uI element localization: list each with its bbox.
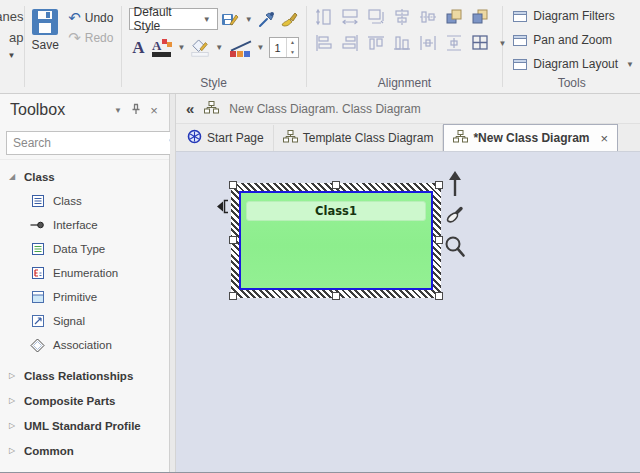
line-width-input[interactable]	[270, 38, 286, 57]
space-evenly-across-button[interactable]	[418, 34, 438, 52]
zoom-magnifier-icon[interactable]	[444, 235, 466, 262]
line-color-button[interactable]	[228, 38, 251, 58]
diagram-layout-caret-icon[interactable]: ▼	[624, 60, 636, 69]
toolbox-close-icon[interactable]: ×	[145, 103, 163, 118]
resize-handle-bottom-right[interactable]	[435, 292, 443, 300]
undo-button[interactable]: ↶ Undo	[68, 11, 119, 25]
style-group-label: Style	[122, 76, 306, 90]
tab-template-class-diagram[interactable]: Template Class Diagram	[274, 125, 444, 151]
start-page-icon	[187, 129, 202, 147]
align-bottom-button[interactable]	[392, 34, 412, 52]
resize-handle-middle-left[interactable]	[229, 236, 237, 244]
undo-redo-group: ↶ Undo ↷ Redo	[66, 0, 121, 93]
collapse-left-toggle-icon[interactable]	[215, 198, 230, 218]
bring-to-front-button[interactable]	[444, 8, 464, 26]
make-same-height-button[interactable]	[314, 8, 334, 26]
class-element[interactable]: Class1	[239, 191, 433, 290]
fill-color-caret-icon[interactable]: ▼	[213, 43, 225, 52]
resize-handle-bottom-left[interactable]	[229, 292, 237, 300]
toolbox-tree: ◢ Class Class Interface	[0, 160, 169, 472]
collapsed-triangle-icon: ▷	[9, 371, 17, 380]
selected-element-frame[interactable]: Class1	[231, 183, 441, 298]
resize-handle-top-left[interactable]	[229, 181, 237, 189]
send-to-back-button[interactable]	[470, 8, 490, 26]
diagram-breadcrumb-icon	[204, 101, 219, 117]
toolbox-group-common[interactable]: ▷ Common	[0, 438, 169, 463]
line-color-caret-icon[interactable]: ▼	[255, 43, 267, 52]
toolbox-search-box[interactable]	[6, 131, 187, 155]
align-right-button[interactable]	[340, 34, 360, 52]
make-same-width-button[interactable]	[340, 8, 360, 26]
clipped-dropdown-caret-icon[interactable]: ▼	[8, 51, 24, 60]
tools-group: Diagram Filters Pan and Zoom Diagram Lay…	[503, 0, 640, 93]
pan-and-zoom-button[interactable]: Pan and Zoom	[513, 30, 636, 50]
toolbox-item-enumeration[interactable]: Enumeration	[0, 261, 169, 285]
toolbox-item-association[interactable]: Association	[0, 333, 169, 357]
paintbrush-button[interactable]	[280, 9, 299, 29]
line-width-up-icon[interactable]: ▲	[287, 38, 297, 48]
save-style-button[interactable]	[221, 9, 240, 29]
style-group: Default Style ▼ ▼ A A ▼	[122, 0, 306, 93]
tab-close-icon[interactable]: ×	[600, 131, 608, 146]
line-width-stepper[interactable]: ▲ ▼	[269, 37, 298, 58]
toolbox-item-primitive[interactable]: Primitive	[0, 285, 169, 309]
breadcrumb-text: New Class Diagram. Class Diagram	[229, 102, 420, 116]
tab-new-class-diagram[interactable]: *New Class Diagram ×	[443, 124, 618, 151]
quicklink-up-arrow-icon[interactable]	[447, 170, 463, 200]
toolbox-group-class-relationships[interactable]: ▷ Class Relationships	[0, 363, 169, 388]
combobox-caret-icon: ▼	[201, 15, 213, 24]
pan-and-zoom-label: Pan and Zoom	[533, 33, 612, 47]
toolbox-pin-icon[interactable]	[127, 103, 145, 117]
font-color-button[interactable]: A	[151, 38, 172, 58]
collapsed-triangle-icon: ▷	[9, 421, 17, 430]
redo-button[interactable]: ↷ Redo	[68, 31, 119, 45]
document-tab-bar: Start Page Template Class Diagram *New C…	[176, 124, 640, 152]
save-button-label: Save	[32, 38, 59, 52]
fill-color-button[interactable]	[190, 38, 210, 58]
diagram-filters-button[interactable]: Diagram Filters	[513, 6, 636, 26]
toolbox-item-class[interactable]: Class	[0, 189, 169, 213]
resize-handle-top-right[interactable]	[435, 181, 443, 189]
font-button[interactable]: A	[129, 38, 148, 58]
space-evenly-down-button[interactable]	[444, 34, 464, 52]
ribbon-clipped-column: anes ap ▼	[0, 0, 24, 93]
align-centers-vertical-button[interactable]	[418, 8, 438, 26]
toolbox-item-interface[interactable]: Interface	[0, 213, 169, 237]
align-top-button[interactable]	[366, 34, 386, 52]
clipped-label-snap: ap	[9, 30, 23, 45]
line-width-down-icon[interactable]: ▼	[287, 48, 297, 58]
make-same-size-button[interactable]	[366, 8, 386, 26]
resize-handle-middle-right[interactable]	[435, 236, 443, 244]
align-left-button[interactable]	[314, 34, 334, 52]
resize-handle-top-middle[interactable]	[332, 181, 340, 189]
navigate-back-chevrons-icon[interactable]: «	[186, 100, 194, 117]
font-color-caret-icon[interactable]: ▼	[175, 43, 187, 52]
diagram-layout-button[interactable]: Diagram Layout ▼	[513, 54, 636, 74]
toolbox-item-signal[interactable]: Signal	[0, 309, 169, 333]
diagram-canvas[interactable]: Class1	[176, 152, 640, 472]
collapsed-triangle-icon: ▷	[9, 446, 17, 455]
toolbox-group-composite-parts[interactable]: ▷ Composite Parts	[0, 388, 169, 413]
toolbox-group-class[interactable]: ◢ Class	[0, 164, 169, 189]
resize-handle-bottom-middle[interactable]	[332, 292, 340, 300]
default-style-combobox[interactable]: Default Style ▼	[129, 8, 218, 30]
toolbox-search-input[interactable]	[13, 136, 168, 150]
data-type-icon	[30, 242, 45, 257]
window-icon	[513, 35, 527, 46]
toolbox-group-uml-standard-profile[interactable]: ▷ UML Standard Profile	[0, 413, 169, 438]
toolbox-item-data-type[interactable]: Data Type	[0, 237, 169, 261]
tab-start-page[interactable]: Start Page	[178, 125, 274, 151]
save-button[interactable]: Save	[24, 0, 66, 93]
align-centers-horizontal-button[interactable]	[392, 8, 412, 26]
alignment-group-label: Alignment	[306, 76, 502, 90]
eyedropper-button[interactable]	[258, 9, 277, 29]
default-style-value: Default Style	[134, 5, 201, 33]
diagram-tab-icon	[283, 130, 298, 146]
appearance-brush-icon[interactable]	[444, 204, 466, 229]
grid-layout-button[interactable]	[470, 34, 490, 52]
toolbox-menu-caret-icon[interactable]: ▼	[109, 106, 127, 115]
interface-icon	[30, 218, 45, 233]
save-style-caret-icon[interactable]: ▼	[243, 15, 255, 24]
save-floppy-icon	[32, 9, 58, 35]
diagram-layout-label: Diagram Layout	[533, 57, 618, 71]
